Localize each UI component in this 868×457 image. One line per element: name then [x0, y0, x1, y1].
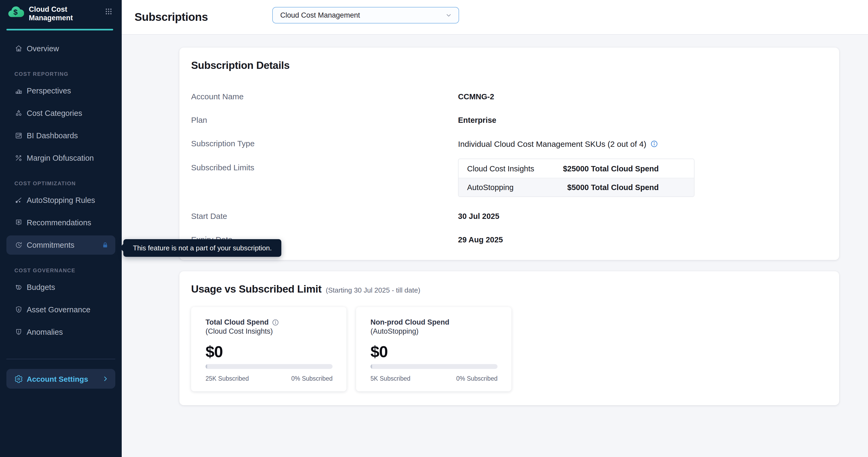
metric-footer: 5K Subscribed 0% Subscribed — [370, 375, 498, 382]
limit-value: $25000 Total Cloud Spend — [563, 164, 659, 173]
sidebar-item-bi-dashboards[interactable]: BI Dashboards — [6, 126, 115, 145]
clock-refresh-icon — [14, 241, 23, 249]
sidebar-divider — [6, 359, 115, 359]
shield-dollar-icon: $ — [14, 305, 23, 314]
sidebar-item-label: Asset Governance — [27, 305, 91, 314]
account-name-row: Account Name CCMNG-2 — [191, 92, 826, 101]
info-icon[interactable] — [272, 318, 279, 326]
sidebar-item-label: Margin Obfuscation — [27, 154, 94, 162]
sidebar-nav: Overview COST REPORTING Perspectives Cos… — [0, 30, 122, 342]
subscribed-limits-label: Subscribed Limits — [191, 163, 458, 172]
expiry-date-value: 29 Aug 2025 — [458, 235, 503, 244]
metric-subtitle: (Cloud Cost Insights) — [206, 327, 333, 335]
main-area: Subscriptions Cloud Cost Management Subs… — [122, 0, 868, 457]
sidebar-item-label: BI Dashboards — [27, 131, 78, 140]
sidebar-item-account-settings[interactable]: Account Settings — [6, 369, 115, 389]
sidebar-item-overview[interactable]: Overview — [6, 39, 115, 58]
badge-sparkle-icon — [14, 218, 23, 227]
product-selector-value: Cloud Cost Management — [280, 11, 360, 19]
grid-apps-icon[interactable] — [104, 7, 113, 16]
limit-value: $5000 Total Cloud Spend — [567, 183, 659, 192]
sidebar-item-perspectives[interactable]: Perspectives — [6, 81, 115, 100]
subscribed-amount: 25K Subscribed — [206, 375, 249, 382]
info-icon[interactable] — [650, 140, 658, 148]
percent-trend-icon — [14, 154, 23, 162]
metric-subtitle: (AutoStopping) — [370, 327, 498, 335]
sidebar-item-label: Account Settings — [27, 374, 88, 383]
metric-title: Non-prod Cloud Spend — [370, 318, 498, 326]
plan-label: Plan — [191, 115, 458, 124]
autostopping-icon — [14, 196, 23, 205]
sidebar-item-anomalies[interactable]: Anomalies — [6, 323, 115, 342]
subscribed-limits-row: Subscribed Limits Cloud Cost Insights $2… — [191, 163, 826, 197]
dashboard-image-icon — [14, 131, 23, 140]
progress-fill — [206, 364, 207, 369]
svg-text:$: $ — [18, 308, 20, 311]
shield-alert-icon — [14, 328, 23, 336]
limit-sku: AutoStopping — [467, 183, 514, 192]
page-title: Subscriptions — [134, 11, 208, 24]
app-title: Cloud Cost Management — [29, 5, 104, 23]
table-row: AutoStopping $5000 Total Cloud Spend — [459, 178, 694, 196]
page-header: Subscriptions Cloud Cost Management — [122, 0, 868, 35]
sidebar-header: $ Cloud Cost Management — [0, 0, 122, 23]
sidebar-item-commitments[interactable]: Commitments — [6, 236, 115, 255]
subscribed-percent: 0% Subscribed — [291, 375, 333, 382]
usage-metrics: Total Cloud Spend (Cloud Cost Insights) … — [191, 307, 826, 391]
subscription-type-value: Individual Cloud Cost Management SKUs (2… — [458, 139, 658, 148]
plan-row: Plan Enterprise — [191, 115, 826, 124]
sidebar-item-cost-categories[interactable]: Cost Categories — [6, 103, 115, 123]
lock-icon — [101, 241, 109, 249]
metric-card-total-cloud-spend: Total Cloud Spend (Cloud Cost Insights) … — [191, 307, 346, 391]
sidebar-item-budgets[interactable]: $ Budgets — [6, 278, 115, 297]
app-root: $ Cloud Cost Management — [0, 0, 868, 457]
account-name-value: CCMNG-2 — [458, 92, 494, 101]
shapes-icon — [14, 109, 23, 118]
plan-value: Enterprise — [458, 115, 496, 124]
tooltip-text: This feature is not a part of your subsc… — [133, 244, 272, 252]
svg-text:$: $ — [13, 8, 18, 16]
start-date-label: Start Date — [191, 211, 458, 220]
expiry-date-row: Expiry Date 29 Aug 2025 — [191, 235, 826, 244]
section-cost-optimization: COST OPTIMIZATION — [14, 180, 122, 186]
section-cost-governance: COST GOVERNANCE — [14, 268, 122, 273]
usage-card-header: Usage vs Subscribed Limit (Starting 30 J… — [191, 283, 826, 295]
progress-bar — [370, 364, 498, 369]
sidebar-item-recommendations[interactable]: Recommendations — [6, 213, 115, 232]
limit-sku: Cloud Cost Insights — [467, 164, 534, 173]
subscription-type-label: Subscription Type — [191, 139, 458, 148]
chevron-right-icon — [102, 375, 109, 382]
sidebar-item-autostopping-rules[interactable]: AutoStopping Rules — [6, 191, 115, 210]
piggy-bank-icon: $ — [14, 283, 23, 292]
cloud-dollar-icon: $ — [7, 5, 24, 19]
chevron-down-icon — [445, 12, 452, 19]
bar-chart-icon — [14, 87, 23, 95]
svg-text:$: $ — [18, 286, 20, 289]
home-icon — [14, 44, 23, 53]
account-name-label: Account Name — [191, 92, 458, 101]
subscribed-amount: 5K Subscribed — [370, 375, 410, 382]
gear-icon — [14, 374, 23, 383]
metric-card-nonprod-cloud-spend: Non-prod Cloud Spend (AutoStopping) $0 5… — [356, 307, 512, 391]
metric-title: Total Cloud Spend — [206, 318, 333, 326]
sidebar-item-label: Recommendations — [27, 218, 91, 227]
start-date-value: 30 Jul 2025 — [458, 211, 499, 220]
sidebar-item-label: Budgets — [27, 283, 55, 292]
sidebar-item-margin-obfuscation[interactable]: Margin Obfuscation — [6, 148, 115, 167]
table-row: Cloud Cost Insights $25000 Total Cloud S… — [459, 159, 694, 178]
subscription-type-row: Subscription Type Individual Cloud Cost … — [191, 139, 826, 148]
sidebar-item-label: Cost Categories — [27, 109, 82, 118]
sidebar-item-label: Overview — [27, 44, 59, 53]
sidebar-item-label: Commitments — [27, 241, 74, 249]
metric-footer: 25K Subscribed 0% Subscribed — [206, 375, 333, 382]
sidebar-item-label: Perspectives — [27, 87, 71, 95]
progress-fill — [370, 364, 372, 369]
sidebar: $ Cloud Cost Management — [0, 0, 122, 457]
subscription-details-card: Subscription Details Account Name CCMNG-… — [179, 48, 839, 260]
subscription-details-title: Subscription Details — [191, 59, 826, 71]
sidebar-item-label: AutoStopping Rules — [27, 196, 95, 205]
sidebar-item-asset-governance[interactable]: $ Asset Governance — [6, 300, 115, 319]
product-selector-dropdown[interactable]: Cloud Cost Management — [272, 7, 459, 24]
metric-value: $0 — [206, 343, 333, 361]
subscription-tooltip: This feature is not a part of your subsc… — [123, 239, 281, 257]
